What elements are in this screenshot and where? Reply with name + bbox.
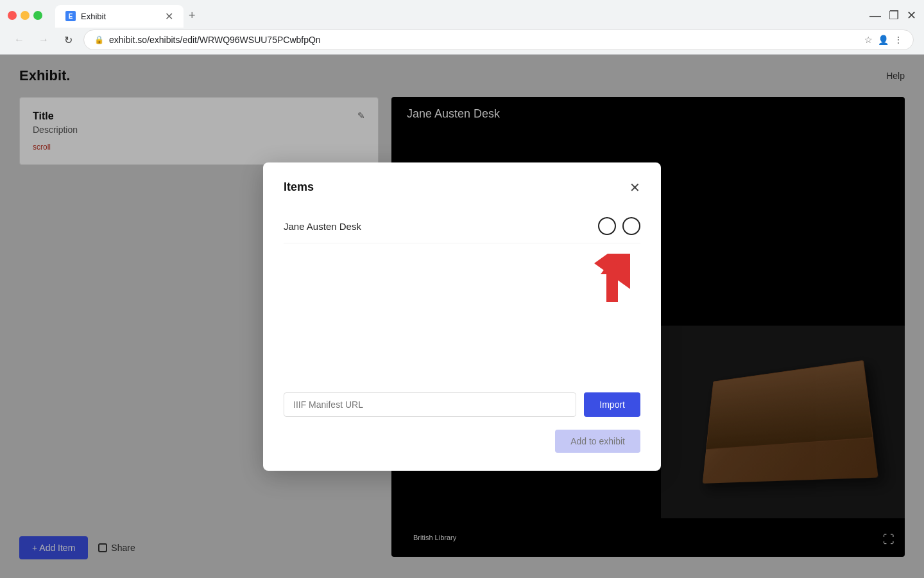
lock-icon: 🔒 — [94, 35, 104, 44]
tab-close-btn[interactable]: ✕ — [165, 10, 173, 22]
add-to-exhibit-button[interactable]: Add to exhibit — [555, 430, 640, 453]
address-end-icons: ☆ 👤 ⋮ — [864, 35, 903, 45]
url-text: exhibit.so/exhibits/edit/WRWQ96WSUU75PCw… — [109, 35, 859, 45]
item-action-btn-2[interactable] — [622, 217, 640, 235]
forward-btn[interactable]: → — [35, 31, 53, 49]
window-minimize-btn[interactable] — [21, 11, 30, 20]
window-close-btn[interactable] — [8, 11, 17, 20]
new-tab-btn[interactable]: + — [184, 4, 201, 28]
items-modal: Items ✕ Jane Austen Desk — [263, 162, 661, 471]
arrow-up-icon — [593, 254, 631, 305]
bookmark-icon[interactable]: ☆ — [864, 35, 873, 45]
arrow-up-area — [284, 243, 640, 315]
svg-marker-2 — [601, 259, 624, 274]
modal-title: Items — [284, 180, 314, 194]
app-container: Exhibit. Help ✎ Title Description scroll… — [0, 55, 924, 578]
close-window-btn[interactable]: ✕ — [907, 8, 916, 22]
address-bar-row: ← → ↻ 🔒 exhibit.so/exhibits/edit/WRWQ96W… — [0, 26, 924, 54]
tab-title: Exhibit — [81, 12, 106, 21]
modal-overlay: Items ✕ Jane Austen Desk — [0, 55, 924, 578]
reload-btn[interactable]: ↻ — [59, 31, 77, 49]
address-bar[interactable]: 🔒 exhibit.so/exhibits/edit/WRWQ96WSUU75P… — [83, 30, 914, 50]
iiif-input[interactable] — [284, 392, 576, 417]
tab-favicon: E — [65, 11, 76, 21]
modal-footer: Add to exhibit — [284, 430, 640, 453]
item-action-btn-1[interactable] — [598, 217, 616, 235]
maximize-window-btn[interactable]: ❐ — [889, 8, 899, 22]
modal-close-button[interactable]: ✕ — [629, 181, 640, 194]
browser-titlebar: E Exhibit ✕ + — ❐ ✕ — [0, 0, 924, 26]
active-tab[interactable]: E Exhibit ✕ — [55, 5, 184, 28]
back-btn[interactable]: ← — [10, 31, 28, 49]
browser-chrome: E Exhibit ✕ + — ❐ ✕ ← → ↻ 🔒 exhibit.so/e… — [0, 0, 924, 55]
menu-icon[interactable]: ⋮ — [894, 35, 903, 45]
tab-bar: E Exhibit ✕ + — [47, 4, 209, 28]
window-controls-right: — ❐ ✕ — [869, 8, 916, 22]
svg-rect-3 — [606, 274, 618, 302]
item-actions — [598, 217, 640, 235]
import-button[interactable]: Import — [584, 392, 640, 417]
modal-header: Items ✕ — [284, 180, 640, 194]
import-section: Import — [284, 392, 640, 417]
item-name: Jane Austen Desk — [284, 221, 361, 232]
modal-empty-space — [284, 315, 640, 392]
window-controls-left — [8, 11, 42, 20]
account-icon[interactable]: 👤 — [878, 35, 889, 45]
window-maximize-btn[interactable] — [33, 11, 42, 20]
minimize-window-btn[interactable]: — — [869, 9, 881, 22]
item-row: Jane Austen Desk — [284, 209, 640, 243]
